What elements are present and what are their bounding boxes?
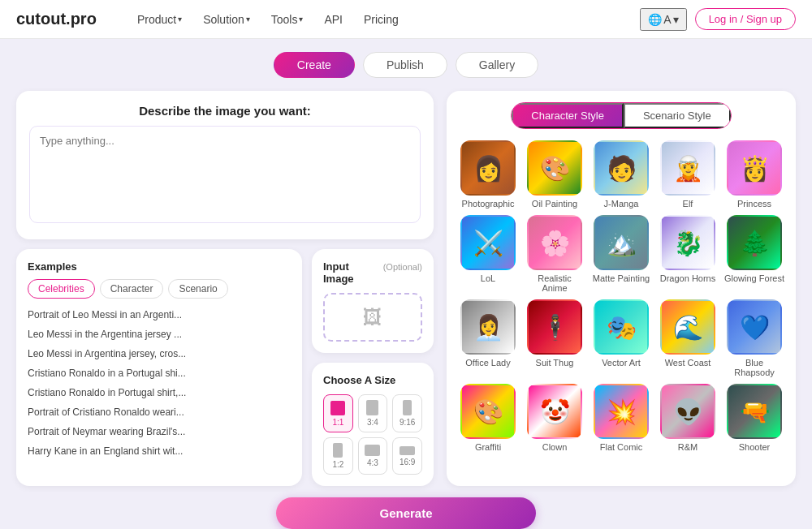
style-item-oil-painting[interactable]: 🎨Oil Painting xyxy=(525,140,585,209)
chevron-down-icon: ▾ xyxy=(246,15,250,24)
examples-box: Examples Celebrities Character Scenario … xyxy=(16,249,302,486)
generate-row: Generate xyxy=(16,497,796,529)
style-thumb-6: 🌸 xyxy=(527,215,582,270)
size-option-4-3[interactable]: 4:3 xyxy=(358,437,388,475)
example-list: Portrait of Leo Messi in an Argenti... L… xyxy=(28,307,291,459)
input-image-title: Input Image xyxy=(323,260,380,285)
list-item[interactable]: Portrait of Cristiano Ronaldo weari... xyxy=(28,404,291,420)
input-image-box: Input Image (Optional) 🖼 xyxy=(312,249,434,353)
style-thumb-10: 👩‍💼 xyxy=(460,299,516,355)
nav-tools[interactable]: Tools ▾ xyxy=(263,10,312,29)
style-name-label: Realistic Anime xyxy=(525,273,585,293)
tab-character-style[interactable]: Character Style xyxy=(512,103,624,128)
list-item[interactable]: Portrait of Neymar wearing Brazil's... xyxy=(28,424,291,440)
style-thumb-17: 💥 xyxy=(594,384,649,439)
style-name-label: J-Manga xyxy=(604,199,639,209)
style-thumb-16: 🤡 xyxy=(527,384,582,439)
style-thumb-2: 🧑 xyxy=(594,140,649,196)
example-tab-scenario[interactable]: Scenario xyxy=(168,279,227,299)
style-item-r-m[interactable]: 👽R&M xyxy=(658,384,718,452)
style-thumb-9: 🌲 xyxy=(727,215,782,270)
tab-scenario-style[interactable]: Scenario Style xyxy=(624,103,731,128)
nav-api[interactable]: API xyxy=(316,10,351,29)
style-item-clown[interactable]: 🤡Clown xyxy=(525,384,585,452)
describe-box: Describe the image you want: xyxy=(16,91,434,239)
size-chooser: Choose A Size 1:1 3:4 xyxy=(312,363,434,486)
nav-product[interactable]: Product ▾ xyxy=(129,10,190,29)
style-name-label: Graffiti xyxy=(475,442,501,452)
logo[interactable]: cutout.pro xyxy=(16,10,97,28)
list-item[interactable]: Cristiano Ronaldo in Portugal shirt,... xyxy=(28,385,291,401)
example-tab-character[interactable]: Character xyxy=(100,279,164,299)
style-item-office-lady[interactable]: 👩‍💼Office Lady xyxy=(458,299,518,377)
style-item-lol[interactable]: ⚔️LoL xyxy=(458,215,518,293)
login-button[interactable]: Log in / Sign up xyxy=(695,8,796,30)
list-item[interactable]: Leo Messi in Argentina jersey, cros... xyxy=(28,346,291,362)
style-item-realistic-anime[interactable]: 🌸Realistic Anime xyxy=(525,215,585,293)
style-name-label: Flat Comic xyxy=(600,442,643,452)
style-name-label: Matte Painting xyxy=(593,273,650,283)
style-name-label: Oil Painting xyxy=(532,199,577,209)
style-thumb-13: 🌊 xyxy=(660,299,715,355)
describe-title: Describe the image you want: xyxy=(29,104,421,118)
style-item-suit-thug[interactable]: 🕴️Suit Thug xyxy=(525,299,585,377)
size-title: Choose A Size xyxy=(323,374,422,386)
size-option-9-16[interactable]: 9:16 xyxy=(392,394,422,432)
tab-publish[interactable]: Publish xyxy=(363,52,447,78)
style-item-glowing-forest[interactable]: 🌲Glowing Forest xyxy=(724,215,784,293)
style-name-label: Photographic xyxy=(462,199,515,209)
style-type-tabs: Character Style Scenario Style xyxy=(511,102,731,129)
nav-pricing[interactable]: Pricing xyxy=(356,10,407,29)
style-thumb-18: 👽 xyxy=(660,384,715,439)
nav-solution[interactable]: Solution ▾ xyxy=(195,10,258,29)
style-name-label: Suit Thug xyxy=(536,358,574,368)
style-item-graffiti[interactable]: 🎨Graffiti xyxy=(458,384,518,452)
style-item-blue-rhapsody[interactable]: 💙Blue Rhapsody xyxy=(724,299,784,377)
style-item-vector-art[interactable]: 🎭Vector Art xyxy=(591,299,651,377)
style-thumb-7: 🏔️ xyxy=(594,215,649,270)
style-item-shooter[interactable]: 🔫Shooter xyxy=(724,384,784,452)
language-button[interactable]: 🌐 A ▾ xyxy=(640,8,686,31)
style-item-j-manga[interactable]: 🧑J-Manga xyxy=(591,140,651,209)
examples-title: Examples xyxy=(28,260,291,273)
style-name-label: Glowing Forest xyxy=(724,273,784,283)
list-item[interactable]: Harry Kane in an England shirt wit... xyxy=(28,443,291,459)
style-item-photographic[interactable]: 👩Photographic xyxy=(458,140,518,209)
size-option-16-9[interactable]: 16:9 xyxy=(392,437,422,475)
style-thumb-12: 🎭 xyxy=(594,299,649,355)
style-name-label: R&M xyxy=(678,442,698,452)
style-thumb-15: 🎨 xyxy=(460,384,516,439)
style-thumb-1: 🎨 xyxy=(527,140,582,196)
style-grid: 👩Photographic🎨Oil Painting🧑J-Manga🧝Elf👸P… xyxy=(458,140,784,452)
style-item-flat-comic[interactable]: 💥Flat Comic xyxy=(591,384,651,452)
style-item-matte-painting[interactable]: 🏔️Matte Painting xyxy=(591,215,651,293)
style-item-west-coast[interactable]: 🌊West Coast xyxy=(658,299,718,377)
example-tab-celebrities[interactable]: Celebrities xyxy=(28,279,95,299)
size-grid: 1:1 3:4 9:16 xyxy=(323,394,422,475)
tab-gallery[interactable]: Gallery xyxy=(456,52,538,78)
list-item[interactable]: Portrait of Leo Messi in an Argenti... xyxy=(28,307,291,323)
size-option-1-2[interactable]: 1:2 xyxy=(323,437,353,475)
input-image-dropzone[interactable]: 🖼 xyxy=(323,293,422,342)
tab-create[interactable]: Create xyxy=(274,52,355,78)
size-option-3-4[interactable]: 3:4 xyxy=(358,394,388,432)
lower-left: Examples Celebrities Character Scenario … xyxy=(16,249,434,486)
list-item[interactable]: Cristiano Ronaldo in a Portugal shi... xyxy=(28,365,291,381)
list-item[interactable]: Leo Messi in the Argentina jersey ... xyxy=(28,326,291,342)
style-item-princess[interactable]: 👸Princess xyxy=(724,140,784,209)
style-name-label: Clown xyxy=(542,442,568,452)
style-thumb-19: 🔫 xyxy=(727,384,782,439)
style-item-dragon-horns[interactable]: 🐉Dragon Horns xyxy=(658,215,718,293)
style-thumb-0: 👩 xyxy=(460,140,516,196)
style-thumb-3: 🧝 xyxy=(660,140,715,196)
describe-input[interactable] xyxy=(29,126,421,223)
size-option-1-1[interactable]: 1:1 xyxy=(323,394,353,432)
style-selector-panel: Character Style Scenario Style 👩Photogra… xyxy=(447,91,796,486)
style-thumb-5: ⚔️ xyxy=(460,215,516,270)
chevron-down-icon: ▾ xyxy=(178,15,182,24)
generate-button[interactable]: Generate xyxy=(276,497,536,529)
style-thumb-14: 💙 xyxy=(727,299,782,355)
style-name-label: Blue Rhapsody xyxy=(724,358,784,377)
style-item-elf[interactable]: 🧝Elf xyxy=(658,140,718,209)
style-thumb-11: 🕴️ xyxy=(527,299,582,355)
